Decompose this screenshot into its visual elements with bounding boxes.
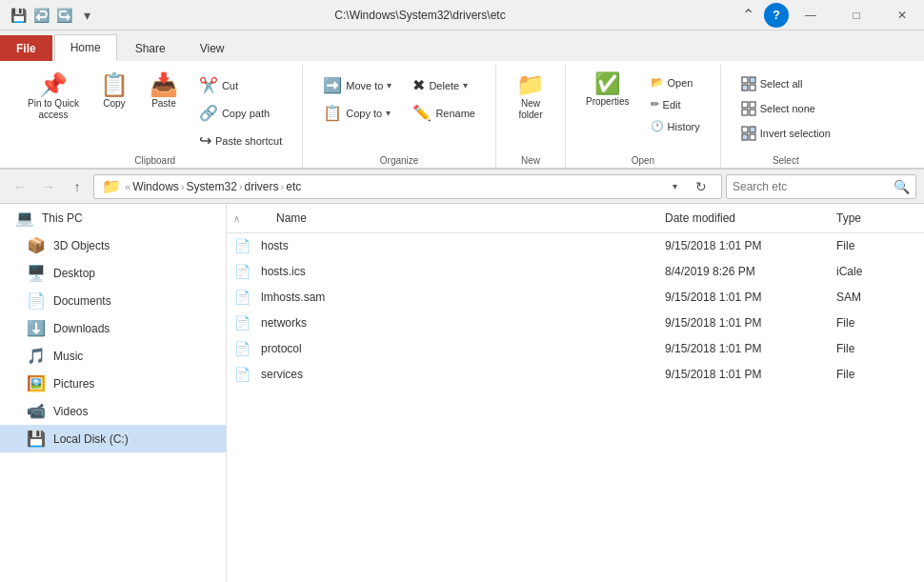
svg-rect-2: [742, 85, 748, 90]
pin-quick-access-button[interactable]: 📌 Pin to Quick access: [19, 69, 88, 126]
invert-selection-button[interactable]: Invert selection: [733, 122, 839, 145]
clipboard-group-label: Clipboard: [19, 153, 291, 168]
svg-rect-3: [750, 85, 755, 90]
select-col: Select all Select none: [733, 69, 839, 145]
table-row[interactable]: 📄 hosts.ics 8/4/2019 8:26 PM iCale: [227, 259, 924, 285]
select-none-button[interactable]: Select none: [733, 97, 839, 120]
sidebar: 💻 This PC 📦 3D Objects 🖥️ Desktop 📄 Docu…: [0, 204, 227, 582]
breadcrumb-drivers[interactable]: drivers: [245, 180, 279, 193]
file-date: 8/4/2019 8:26 PM: [657, 263, 829, 280]
pin-icon: 📌: [39, 73, 68, 96]
sidebar-item-this-pc[interactable]: 💻 This PC: [0, 204, 226, 231]
col-header-name[interactable]: Name: [246, 208, 657, 229]
sidebar-item-label: This PC: [42, 211, 83, 225]
svg-rect-9: [750, 127, 755, 132]
svg-rect-6: [742, 110, 748, 115]
properties-icon: ✅: [594, 73, 620, 94]
search-box[interactable]: 🔍: [726, 174, 916, 199]
address-input[interactable]: 📁 « Windows › System32 › drivers › etc ▾…: [93, 174, 722, 199]
open-button[interactable]: 📂 Open: [642, 72, 709, 92]
sidebar-item-label: Local Disk (C:): [53, 432, 129, 446]
new-group-label: New: [508, 153, 553, 168]
tab-home[interactable]: Home: [54, 34, 117, 61]
maximize-button[interactable]: □: [834, 0, 878, 30]
cut-label: Cut: [222, 80, 238, 91]
quick-access-toolbar: 💾 ↩️ ↪️ ▾: [0, 5, 105, 26]
delete-arrow: ▾: [463, 80, 468, 90]
edit-button[interactable]: ✏ Edit: [642, 94, 709, 114]
properties-button[interactable]: ✅ Properties: [577, 69, 638, 112]
file-type: File: [829, 237, 924, 254]
ribbon-collapse-btn[interactable]: ⌃: [735, 3, 760, 28]
table-row[interactable]: 📄 networks 9/15/2018 1:01 PM File: [227, 311, 924, 336]
breadcrumb: « Windows › System32 › drivers › etc: [125, 180, 658, 193]
file-list: ∧ Name Date modified Type 📄 hosts 9/15/2…: [227, 204, 924, 388]
rename-button[interactable]: ✏️ Rename: [404, 100, 484, 126]
rename-label: Rename: [435, 108, 475, 119]
paste-button[interactable]: 📥 Paste: [141, 69, 187, 114]
svg-rect-0: [742, 77, 748, 83]
cut-button[interactable]: ✂️ Cut: [191, 72, 291, 98]
tab-view[interactable]: View: [184, 35, 241, 61]
file-icon: 📄: [227, 341, 257, 356]
sidebar-item-documents[interactable]: 📄 Documents: [0, 287, 226, 314]
back-button[interactable]: ←: [8, 174, 32, 199]
sidebar-item-desktop[interactable]: 🖥️ Desktop: [0, 259, 226, 287]
table-row[interactable]: 📄 hosts 9/15/2018 1:01 PM File: [227, 233, 924, 259]
breadcrumb-etc[interactable]: etc: [286, 180, 301, 193]
select-all-button[interactable]: Select all: [733, 72, 839, 95]
history-button[interactable]: 🕐 History: [642, 116, 709, 136]
forward-button[interactable]: →: [36, 174, 61, 199]
copy-to-arrow: ▾: [386, 108, 391, 118]
file-rows-container: 📄 hosts 9/15/2018 1:01 PM File 📄 hosts.i…: [227, 233, 924, 388]
col-header-date[interactable]: Date modified: [657, 208, 829, 229]
up-button[interactable]: ↑: [65, 174, 90, 199]
file-name: lmhosts.sam: [257, 289, 657, 306]
dropdown-button[interactable]: ▾: [662, 174, 687, 199]
customize-quick-btn[interactable]: ▾: [76, 5, 97, 26]
refresh-button[interactable]: ↻: [689, 174, 713, 199]
breadcrumb-windows[interactable]: Windows: [132, 180, 179, 193]
help-button[interactable]: ?: [764, 3, 789, 28]
table-row[interactable]: 📄 lmhosts.sam 9/15/2018 1:01 PM SAM: [227, 285, 924, 311]
table-row[interactable]: 📄 services 9/15/2018 1:01 PM File: [227, 362, 924, 388]
sidebar-item-3d-objects[interactable]: 📦 3D Objects: [0, 231, 226, 259]
copy-button[interactable]: 📋 Copy: [91, 69, 137, 114]
sidebar-item-downloads[interactable]: ⬇️ Downloads: [0, 314, 226, 342]
local-disk-icon: 💾: [27, 430, 46, 448]
new-folder-button[interactable]: 📁 New folder: [508, 69, 553, 126]
move-to-icon: ➡️: [323, 76, 342, 94]
copy-path-label: Copy path: [222, 108, 270, 119]
file-date: 9/15/2018 1:01 PM: [657, 340, 829, 357]
minimize-button[interactable]: —: [789, 0, 833, 30]
select-none-label: Select none: [760, 103, 815, 114]
tab-file[interactable]: File: [0, 35, 52, 61]
delete-button[interactable]: ✖ Delete ▾: [404, 72, 484, 98]
open-label: Open: [668, 77, 693, 89]
paste-shortcut-button[interactable]: ↪ Paste shortcut: [191, 128, 291, 153]
copy-to-button[interactable]: 📋 Copy to ▾: [314, 100, 400, 126]
copy-path-button[interactable]: 🔗 Copy path: [191, 100, 291, 126]
sidebar-item-music[interactable]: 🎵 Music: [0, 342, 226, 370]
tab-share[interactable]: Share: [119, 35, 182, 61]
undo-quick-btn[interactable]: ↩️: [30, 5, 51, 26]
sidebar-item-label: Pictures: [53, 377, 94, 391]
move-to-button[interactable]: ➡️ Move to ▾: [314, 72, 400, 98]
open-group-label: Open: [577, 153, 709, 168]
table-row[interactable]: 📄 protocol 9/15/2018 1:01 PM File: [227, 336, 924, 362]
save-quick-btn[interactable]: 💾: [8, 5, 29, 26]
search-input[interactable]: [733, 180, 890, 193]
pin-label: Pin to Quick access: [28, 98, 79, 121]
redo-quick-btn[interactable]: ↪️: [53, 5, 74, 26]
breadcrumb-system32[interactable]: System32: [186, 180, 236, 193]
close-button[interactable]: ✕: [880, 0, 924, 30]
file-name: networks: [257, 314, 657, 331]
svg-rect-1: [750, 77, 755, 83]
sidebar-item-pictures[interactable]: 🖼️ Pictures: [0, 370, 226, 397]
copy-path-icon: 🔗: [199, 104, 218, 122]
svg-rect-10: [742, 134, 748, 140]
sidebar-item-videos[interactable]: 📹 Videos: [0, 397, 226, 425]
sidebar-item-local-disk[interactable]: 💾 Local Disk (C:): [0, 425, 226, 452]
file-icon: 📄: [227, 238, 257, 253]
col-header-type[interactable]: Type: [829, 208, 924, 229]
